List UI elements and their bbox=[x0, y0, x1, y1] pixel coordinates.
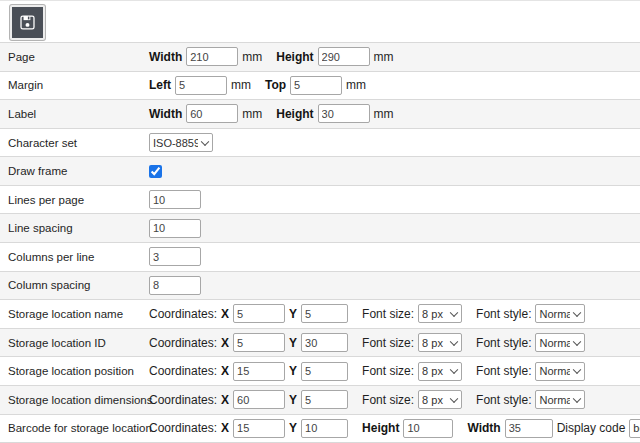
text-label: Font size: bbox=[362, 336, 414, 350]
row-controls: LeftmmTopmm bbox=[149, 76, 366, 95]
storage-location-id-font-style-select-wrapper: Normal bbox=[535, 333, 585, 352]
draw-frame-checkbox[interactable] bbox=[149, 165, 162, 178]
storage-location-position-x-input[interactable] bbox=[233, 362, 285, 381]
row-label: Storage location name bbox=[8, 308, 149, 320]
text-label: Font style: bbox=[476, 336, 531, 350]
row-label: Storage location dimensions bbox=[8, 394, 149, 406]
character-set-select-wrapper: ISO-8859-1 bbox=[149, 133, 213, 152]
barcode-display-code-select[interactable]: below bbox=[629, 419, 640, 438]
field-label: Y bbox=[289, 421, 297, 435]
label-height-input[interactable] bbox=[318, 104, 370, 123]
storage-location-position-y-input[interactable] bbox=[301, 362, 348, 381]
line-spacing-input[interactable] bbox=[149, 219, 201, 238]
save-icon bbox=[18, 13, 37, 32]
storage-location-name-font-size-select[interactable]: 8 px bbox=[418, 304, 462, 323]
row-controls: WidthmmHeightmm bbox=[149, 47, 394, 66]
row-label: Label bbox=[8, 108, 149, 120]
text-label: Font style: bbox=[476, 307, 531, 321]
storage-location-position-font-style-select[interactable]: Normal bbox=[535, 362, 585, 381]
barcode-width-input[interactable] bbox=[505, 419, 553, 438]
storage-location-dimensions-y-input[interactable] bbox=[301, 390, 348, 409]
text-label: Coordinates: bbox=[149, 364, 217, 378]
row-controls bbox=[149, 276, 201, 295]
field-label: Y bbox=[289, 336, 297, 350]
row-label: Character set bbox=[8, 137, 149, 149]
storage-location-position-font-style-select-wrapper: Normal bbox=[535, 362, 585, 381]
settings-table: PageWidthmmHeightmmMarginLeftmmTopmmLabe… bbox=[0, 42, 640, 443]
text-label: Font size: bbox=[362, 364, 414, 378]
row-label: Column spacing bbox=[8, 279, 149, 291]
field-label: X bbox=[221, 307, 229, 321]
margin-left-input[interactable] bbox=[175, 76, 227, 95]
row-label: Page bbox=[8, 51, 149, 63]
row-controls bbox=[149, 219, 201, 238]
unit-label: mm bbox=[242, 50, 262, 64]
storage-location-dimensions-font-style-select-wrapper: Normal bbox=[535, 390, 585, 409]
field-label: Height bbox=[362, 421, 399, 435]
storage-location-id-y-input[interactable] bbox=[301, 333, 348, 352]
settings-row-storage-location-position: Storage location positionCoordinates:XYF… bbox=[0, 357, 640, 386]
storage-location-position-font-size-select[interactable]: 8 px bbox=[418, 362, 462, 381]
text-label: Font size: bbox=[362, 307, 414, 321]
page-height-input[interactable] bbox=[318, 47, 370, 66]
text-label: Display code bbox=[557, 421, 626, 435]
storage-location-name-x-input[interactable] bbox=[233, 304, 285, 323]
storage-location-name-y-input[interactable] bbox=[301, 304, 348, 323]
storage-location-id-x-input[interactable] bbox=[233, 333, 285, 352]
field-label: Y bbox=[289, 393, 297, 407]
storage-location-dimensions-font-size-select-wrapper: 8 px bbox=[418, 390, 462, 409]
row-controls bbox=[149, 165, 162, 178]
column-spacing-input[interactable] bbox=[149, 276, 201, 295]
field-label: X bbox=[221, 421, 229, 435]
row-controls: Coordinates:XYFont size:8 pxFont style:N… bbox=[149, 362, 585, 381]
barcode-x-input[interactable] bbox=[233, 419, 285, 438]
margin-top-input[interactable] bbox=[290, 76, 342, 95]
field-label: Top bbox=[265, 78, 286, 92]
field-label: Y bbox=[289, 307, 297, 321]
settings-row-barcode: Barcode for storage locationCoordinates:… bbox=[0, 415, 640, 443]
settings-row-lines-per-page: Lines per page bbox=[0, 186, 640, 215]
row-label: Storage location position bbox=[8, 365, 149, 377]
barcode-height-input[interactable] bbox=[403, 419, 453, 438]
row-label: Margin bbox=[8, 79, 149, 91]
lines-per-page-input[interactable] bbox=[149, 190, 201, 209]
row-controls: ISO-8859-1 bbox=[149, 133, 213, 152]
row-label: Storage location ID bbox=[8, 337, 149, 349]
settings-row-page: PageWidthmmHeightmm bbox=[0, 43, 640, 72]
save-button[interactable] bbox=[10, 5, 45, 40]
unit-label: mm bbox=[231, 78, 251, 92]
storage-location-id-font-style-select[interactable]: Normal bbox=[535, 333, 585, 352]
text-label: Font style: bbox=[476, 393, 531, 407]
settings-row-character-set: Character setISO-8859-1 bbox=[0, 129, 640, 158]
storage-location-name-font-style-select[interactable]: Normal bbox=[535, 304, 585, 323]
text-label: Font size: bbox=[362, 393, 414, 407]
toolbar bbox=[0, 1, 640, 42]
label-width-input[interactable] bbox=[186, 104, 238, 123]
barcode-y-input[interactable] bbox=[301, 419, 348, 438]
row-label: Draw frame bbox=[8, 165, 149, 177]
row-controls: Coordinates:XYFont size:8 pxFont style:N… bbox=[149, 333, 585, 352]
storage-location-id-font-size-select-wrapper: 8 px bbox=[418, 333, 462, 352]
field-label: X bbox=[221, 364, 229, 378]
row-controls: WidthmmHeightmm bbox=[149, 104, 394, 123]
storage-location-dimensions-x-input[interactable] bbox=[233, 390, 285, 409]
storage-location-position-font-size-select-wrapper: 8 px bbox=[418, 362, 462, 381]
field-label: Height bbox=[276, 50, 313, 64]
settings-row-storage-location-id: Storage location IDCoordinates:XYFont si… bbox=[0, 329, 640, 358]
row-controls: Coordinates:XYFont size:8 pxFont style:N… bbox=[149, 390, 585, 409]
row-label: Lines per page bbox=[8, 194, 149, 206]
field-label: X bbox=[221, 336, 229, 350]
columns-per-line-input[interactable] bbox=[149, 247, 201, 266]
text-label: Coordinates: bbox=[149, 307, 217, 321]
text-label: Coordinates: bbox=[149, 421, 217, 435]
character-set-select[interactable]: ISO-8859-1 bbox=[149, 133, 213, 152]
field-label: Y bbox=[289, 364, 297, 378]
storage-location-id-font-size-select[interactable]: 8 px bbox=[418, 333, 462, 352]
storage-location-dimensions-font-size-select[interactable]: 8 px bbox=[418, 390, 462, 409]
field-label: Height bbox=[276, 107, 313, 121]
field-label: Width bbox=[467, 421, 500, 435]
storage-location-dimensions-font-style-select[interactable]: Normal bbox=[535, 390, 585, 409]
row-controls bbox=[149, 190, 201, 209]
field-label: Width bbox=[149, 107, 182, 121]
page-width-input[interactable] bbox=[186, 47, 238, 66]
